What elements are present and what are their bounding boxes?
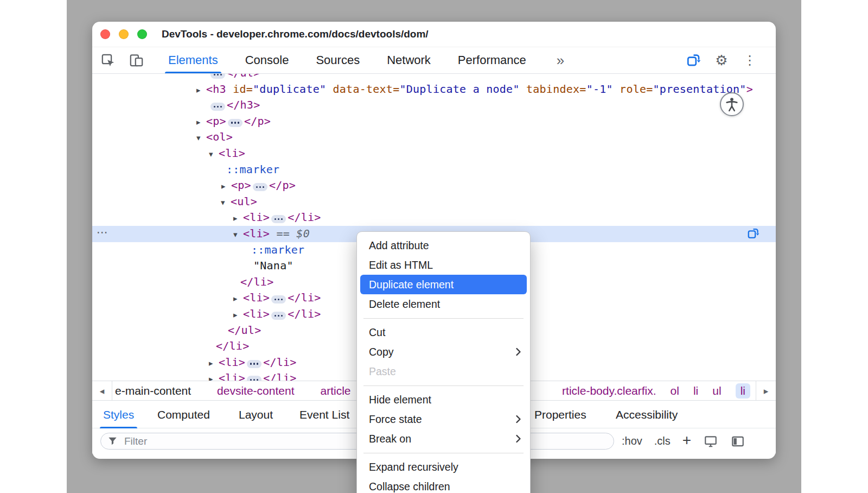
menu-item-duplicate-element[interactable]: Duplicate element: [360, 275, 527, 294]
more-tabs-icon[interactable]: »: [557, 52, 564, 69]
code-token: id=: [226, 83, 253, 96]
menu-item-label: Force state: [369, 413, 422, 426]
menu-divider: [363, 318, 524, 319]
dom-tree-row[interactable]: ▾<ul>: [92, 194, 776, 210]
menu-item-hide-element[interactable]: Hide element: [357, 390, 530, 409]
expand-ellipsis-icon[interactable]: [247, 376, 261, 381]
tab-event-list[interactable]: Event List: [299, 401, 349, 428]
dom-tree-row[interactable]: ▸<p></p>: [92, 178, 776, 194]
expand-arrow-icon[interactable]: ▸: [221, 179, 231, 195]
devtools-toolbar: ElementsConsoleSourcesNetworkPerformance…: [92, 47, 776, 74]
expand-ellipsis-icon[interactable]: [210, 74, 225, 79]
expand-ellipsis-icon[interactable]: [228, 119, 242, 127]
breadcrumb-scroll-right-button[interactable]: ▸: [756, 381, 776, 400]
tab-accessibility[interactable]: Accessibility: [616, 401, 678, 428]
tab-layout[interactable]: Layout: [239, 401, 273, 428]
device-toolbar-icon[interactable]: [129, 53, 144, 68]
breadcrumb-item[interactable]: ol: [671, 384, 679, 397]
tab-performance[interactable]: Performance: [458, 47, 526, 73]
dom-tree-line: ▸<li></li>: [233, 210, 321, 227]
expand-arrow-icon[interactable]: ▸: [196, 115, 206, 131]
collapse-arrow-icon[interactable]: ▾: [233, 227, 243, 243]
code-token: </li>: [288, 211, 321, 224]
menu-item-label: Delete element: [369, 298, 440, 311]
dom-tree-row[interactable]: </h3>: [92, 97, 776, 113]
dom-tree-row[interactable]: ▸<h3 id="duplicate" data-text="Duplicate…: [92, 81, 776, 98]
expand-ellipsis-icon[interactable]: [271, 215, 286, 223]
expand-ellipsis-icon[interactable]: [271, 295, 286, 304]
menu-item-copy[interactable]: Copy: [357, 342, 530, 362]
menu-item-cut[interactable]: Cut: [357, 323, 530, 342]
collapse-arrow-icon[interactable]: ▾: [196, 130, 206, 147]
expand-arrow-icon[interactable]: ▸: [233, 291, 243, 307]
dom-tree-row[interactable]: ▸<p></p>: [92, 113, 776, 130]
more-actions-icon[interactable]: ⋯: [97, 225, 108, 241]
menu-item-add-attribute[interactable]: Add attribute: [357, 236, 530, 255]
dom-tree-line: ::marker: [251, 242, 304, 258]
expand-arrow-icon[interactable]: ▸: [233, 211, 243, 227]
collapse-arrow-icon[interactable]: ▾: [209, 147, 219, 163]
dom-tree-row[interactable]: ::marker: [92, 162, 776, 178]
code-token: </li>: [263, 371, 296, 381]
breadcrumb-item[interactable]: ul: [712, 384, 721, 397]
close-button[interactable]: [100, 29, 110, 39]
code-token: "Nana": [253, 259, 293, 272]
expand-arrow-icon[interactable]: ▸: [233, 307, 243, 324]
breadcrumb-scroll-left-button[interactable]: ◂: [92, 381, 112, 400]
menu-item-delete-element[interactable]: Delete element: [357, 294, 530, 314]
code-token: <li>: [219, 147, 245, 160]
tab-properties[interactable]: Properties: [534, 401, 586, 428]
new-style-rule-button[interactable]: +: [682, 433, 691, 448]
expand-ellipsis-icon[interactable]: [247, 360, 261, 368]
dom-tree-line: ▾<li>: [209, 146, 245, 163]
selected-node-badge-icon[interactable]: [747, 227, 760, 240]
dock-sidebar-icon[interactable]: [730, 434, 745, 449]
zoom-button[interactable]: [137, 29, 147, 39]
breadcrumb-item[interactable]: li: [736, 383, 750, 399]
tab-console[interactable]: Console: [245, 47, 289, 73]
expand-arrow-icon[interactable]: ▸: [209, 371, 219, 381]
dom-tree-line: ▾<ul>: [221, 194, 257, 211]
menu-item-paste[interactable]: Paste: [357, 362, 530, 381]
dom-tree-row[interactable]: ▾<li>: [92, 146, 776, 162]
element-classes-button[interactable]: .cls: [654, 435, 671, 447]
expand-arrow-icon[interactable]: ▸: [196, 83, 206, 99]
screencast-icon[interactable]: [686, 53, 701, 68]
collapse-arrow-icon[interactable]: ▾: [221, 195, 231, 211]
breadcrumb-item[interactable]: e-main-content: [115, 384, 191, 397]
dom-tree-row[interactable]: ▸<li></li>: [92, 210, 776, 226]
dom-tree-row[interactable]: </ul>: [92, 74, 776, 81]
breadcrumb-item[interactable]: rticle-body.clearfix.: [562, 384, 656, 397]
accessibility-widget[interactable]: [720, 92, 744, 116]
tab-elements[interactable]: Elements: [168, 47, 218, 73]
expand-ellipsis-icon[interactable]: [210, 103, 225, 111]
menu-item-collapse-children[interactable]: Collapse children: [357, 477, 530, 493]
code-token: </ul>: [228, 324, 261, 337]
menu-item-break-on[interactable]: Break on: [357, 429, 530, 448]
inspect-icon[interactable]: [100, 53, 116, 68]
menu-item-force-state[interactable]: Force state: [357, 409, 530, 429]
breadcrumb-item[interactable]: li: [693, 384, 698, 397]
menu-item-label: Hide element: [369, 394, 431, 406]
expand-ellipsis-icon[interactable]: [271, 312, 286, 320]
settings-gear-icon[interactable]: ⚙: [714, 53, 729, 68]
expand-ellipsis-icon[interactable]: [253, 183, 267, 191]
menu-item-expand-recursively[interactable]: Expand recursively: [357, 457, 530, 477]
tab-computed[interactable]: Computed: [157, 401, 210, 428]
tab-network[interactable]: Network: [387, 47, 431, 73]
tab-sources[interactable]: Sources: [316, 47, 360, 73]
code-token: </p>: [269, 179, 296, 192]
breadcrumb-item[interactable]: article: [321, 384, 351, 397]
dom-tree-row[interactable]: ▾<ol>: [92, 129, 776, 146]
minimize-button[interactable]: [119, 29, 129, 39]
kebab-menu-icon[interactable]: ⋮: [742, 53, 757, 68]
code-token: <li>: [219, 371, 245, 381]
dom-tree-line: ::marker: [226, 162, 279, 178]
expand-arrow-icon[interactable]: ▸: [209, 356, 219, 372]
toggle-element-state-button[interactable]: :hov: [622, 435, 642, 447]
menu-item-label: Copy: [369, 346, 394, 358]
breadcrumb-item[interactable]: devsite-content: [217, 384, 294, 397]
menu-item-edit-as-html[interactable]: Edit as HTML: [357, 255, 530, 275]
tab-styles[interactable]: Styles: [103, 401, 134, 428]
rendering-emulations-icon[interactable]: [703, 434, 718, 449]
